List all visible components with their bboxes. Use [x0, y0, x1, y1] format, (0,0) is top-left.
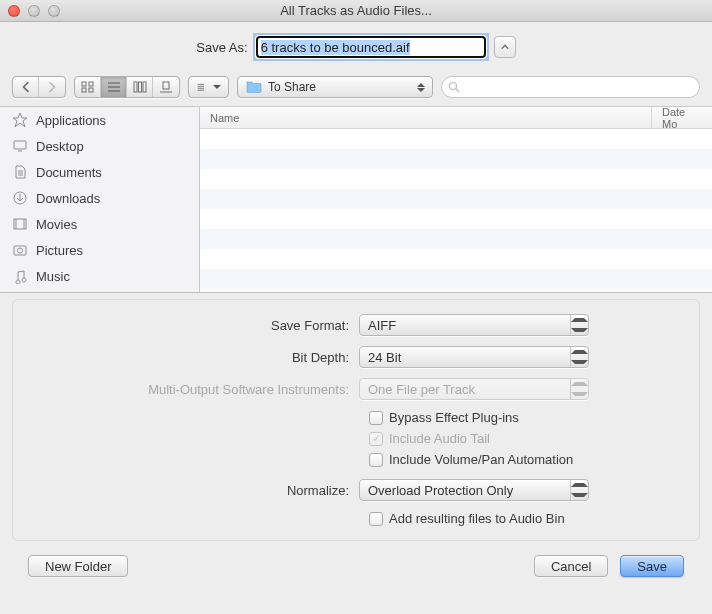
sidebar-item-music[interactable]: Music [0, 263, 199, 289]
bit-depth-label: Bit Depth: [29, 350, 359, 365]
nav-forward-button[interactable] [39, 77, 65, 97]
bypass-label: Bypass Effect Plug-ins [389, 410, 519, 425]
music-icon [12, 268, 28, 284]
arrange-dropdown[interactable] [188, 76, 229, 98]
add-to-bin-checkbox[interactable] [369, 512, 383, 526]
dialog-window: All Tracks as Audio Files... Save As: To… [0, 0, 712, 614]
list-icon [107, 81, 121, 93]
file-browser: Applications Desktop Documents Downloads… [0, 107, 712, 293]
svg-rect-0 [82, 82, 86, 86]
search-icon [448, 81, 460, 93]
pictures-icon [12, 242, 28, 258]
expand-collapse-button[interactable] [494, 36, 516, 58]
bit-depth-value: 24 Bit [368, 350, 401, 365]
file-row [200, 189, 712, 209]
sidebar-item-label: Pictures [36, 243, 83, 258]
sidebar-item-documents[interactable]: Documents [0, 159, 199, 185]
save-format-value: AIFF [368, 318, 396, 333]
audio-tail-checkbox [369, 432, 383, 446]
sidebar-item-label: Downloads [36, 191, 100, 206]
chevron-right-icon [45, 81, 59, 93]
grid-icon [81, 81, 95, 93]
sidebar: Applications Desktop Documents Downloads… [0, 107, 200, 292]
bypass-checkbox-row[interactable]: Bypass Effect Plug-ins [369, 410, 519, 425]
sidebar-item-movies[interactable]: Movies [0, 211, 199, 237]
add-to-bin-checkbox-row[interactable]: Add resulting files to Audio Bin [369, 511, 565, 526]
view-coverflow-button[interactable] [153, 77, 179, 97]
file-row [200, 149, 712, 169]
bit-depth-select[interactable]: 24 Bit [359, 346, 589, 368]
chevron-left-icon [19, 81, 33, 93]
svg-point-16 [450, 83, 457, 90]
save-button[interactable]: Save [620, 555, 684, 577]
bypass-checkbox[interactable] [369, 411, 383, 425]
svg-rect-10 [163, 82, 169, 89]
location-label: To Share [268, 80, 316, 94]
view-mode-segmented [74, 76, 180, 98]
add-to-bin-label: Add resulting files to Audio Bin [389, 511, 565, 526]
titlebar[interactable]: All Tracks as Audio Files... [0, 0, 712, 22]
cancel-button[interactable]: Cancel [534, 555, 608, 577]
chevron-up-icon [501, 44, 509, 50]
nav-back-forward [12, 76, 66, 98]
audio-tail-label: Include Audio Tail [389, 431, 490, 446]
stepper-arrows-icon [570, 347, 588, 367]
multi-output-select: One File per Track [359, 378, 589, 400]
browser-toolbar: To Share [0, 70, 712, 107]
save-format-select[interactable]: AIFF [359, 314, 589, 336]
normalize-label: Normalize: [29, 483, 359, 498]
normalize-select[interactable]: Overload Protection Only [359, 479, 589, 501]
svg-rect-18 [14, 141, 26, 149]
dialog-footer: New Folder Cancel Save [12, 551, 700, 591]
window-title: All Tracks as Audio Files... [0, 3, 712, 18]
dropdown-arrows-icon [414, 80, 428, 94]
search-input[interactable] [441, 76, 700, 98]
columns-icon [133, 81, 147, 93]
file-row [200, 129, 712, 149]
svg-rect-7 [134, 82, 137, 92]
sidebar-item-applications[interactable]: Applications [0, 107, 199, 133]
coverflow-icon [159, 81, 173, 93]
sidebar-item-label: Music [36, 269, 70, 284]
location-dropdown[interactable]: To Share [237, 76, 433, 98]
save-as-row: Save As: [0, 22, 712, 70]
options-panel: Save Format: AIFF Bit Depth: 24 Bit [12, 299, 700, 541]
sidebar-item-label: Desktop [36, 139, 84, 154]
documents-icon [12, 164, 28, 180]
save-as-label: Save As: [196, 40, 247, 55]
volume-pan-label: Include Volume/Pan Automation [389, 452, 573, 467]
svg-rect-8 [138, 82, 141, 92]
column-header-name[interactable]: Name [200, 107, 652, 128]
applications-icon [12, 112, 28, 128]
stepper-arrows-icon [570, 315, 588, 335]
file-list[interactable] [200, 129, 712, 292]
save-format-label: Save Format: [29, 318, 359, 333]
view-icon-button[interactable] [75, 77, 101, 97]
search-field-wrapper [441, 76, 700, 98]
sidebar-item-downloads[interactable]: Downloads [0, 185, 199, 211]
svg-rect-9 [143, 82, 146, 92]
view-list-button[interactable] [101, 77, 127, 97]
sidebar-item-label: Movies [36, 217, 77, 232]
save-as-input[interactable] [256, 36, 486, 58]
downloads-icon [12, 190, 28, 206]
file-row [200, 209, 712, 229]
file-pane: Name Date Mo [200, 107, 712, 292]
options-area: Save Format: AIFF Bit Depth: 24 Bit [0, 293, 712, 614]
svg-rect-27 [14, 246, 26, 255]
volume-pan-checkbox-row[interactable]: Include Volume/Pan Automation [369, 452, 573, 467]
svg-rect-3 [89, 88, 93, 92]
dropdown-arrows-icon [210, 80, 224, 94]
nav-back-button[interactable] [13, 77, 39, 97]
file-row [200, 169, 712, 189]
new-folder-button[interactable]: New Folder [28, 555, 128, 577]
sidebar-item-pictures[interactable]: Pictures [0, 237, 199, 263]
column-header-date[interactable]: Date Mo [652, 107, 712, 128]
volume-pan-checkbox[interactable] [369, 453, 383, 467]
file-row [200, 249, 712, 269]
view-column-button[interactable] [127, 77, 153, 97]
sidebar-item-desktop[interactable]: Desktop [0, 133, 199, 159]
svg-rect-2 [82, 88, 86, 92]
stepper-arrows-icon [570, 480, 588, 500]
sidebar-item-label: Applications [36, 113, 106, 128]
